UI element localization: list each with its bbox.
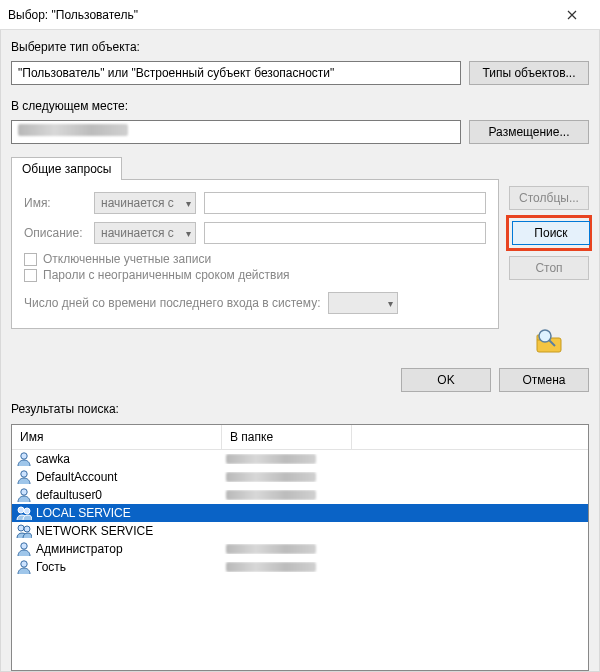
search-folder-icon — [531, 326, 567, 354]
results-label: Результаты поиска: — [11, 402, 589, 416]
result-name: cawka — [36, 452, 70, 466]
result-name: Гость — [36, 560, 66, 574]
result-name-cell: DefaultAccount — [12, 469, 222, 485]
result-name-cell: LOCAL SERVICE — [12, 505, 222, 521]
blurred-text — [226, 490, 316, 500]
days-since-logon-label: Число дней со времени последнего входа в… — [24, 296, 320, 310]
svg-point-11 — [21, 543, 27, 549]
location-label: В следующем месте: — [11, 99, 589, 113]
result-name: NETWORK SERVICE — [36, 524, 153, 538]
object-type-label: Выберите тип объекта: — [11, 40, 589, 54]
result-name-cell: Гость — [12, 559, 222, 575]
result-folder-cell — [222, 562, 352, 572]
users-icon — [16, 523, 32, 539]
object-types-button[interactable]: Типы объектов... — [469, 61, 589, 85]
close-icon — [567, 10, 577, 20]
result-name-cell: NETWORK SERVICE — [12, 523, 222, 539]
user-icon — [16, 559, 32, 575]
user-icon — [16, 469, 32, 485]
result-name-cell: cawka — [12, 451, 222, 467]
window-title: Выбор: "Пользователь" — [8, 8, 552, 22]
close-button[interactable] — [552, 1, 592, 29]
blurred-text — [226, 544, 316, 554]
chevron-down-icon: ▾ — [186, 198, 191, 209]
disabled-accounts-checkbox[interactable] — [24, 253, 37, 266]
result-name-cell: defaultuser0 — [12, 487, 222, 503]
result-row[interactable]: defaultuser0 — [12, 486, 588, 504]
result-folder-cell — [222, 454, 352, 464]
result-name: Администратор — [36, 542, 123, 556]
blurred-text — [226, 454, 316, 464]
result-name: defaultuser0 — [36, 488, 102, 502]
result-row[interactable]: LOCAL SERVICE — [12, 504, 588, 522]
name-input[interactable] — [204, 192, 486, 214]
result-folder-cell — [222, 472, 352, 482]
desc-match-combo[interactable]: начинается с ▾ — [94, 222, 196, 244]
user-icon — [16, 487, 32, 503]
locations-button[interactable]: Размещение... — [469, 120, 589, 144]
user-icon — [16, 541, 32, 557]
results-listview[interactable]: Имя В папке cawkaDefaultAccountdefaultus… — [11, 424, 589, 671]
titlebar: Выбор: "Пользователь" — [0, 0, 600, 30]
tab-body: Имя: начинается с ▾ Описание: начинается… — [11, 179, 499, 329]
blurred-text — [18, 124, 128, 136]
desc-label: Описание: — [24, 226, 86, 240]
svg-point-7 — [18, 507, 24, 513]
result-row[interactable]: cawka — [12, 450, 588, 468]
svg-point-5 — [21, 471, 27, 477]
user-icon — [16, 451, 32, 467]
blurred-text — [226, 472, 316, 482]
ok-button[interactable]: OK — [401, 368, 491, 392]
svg-point-4 — [21, 453, 27, 459]
desc-input[interactable] — [204, 222, 486, 244]
name-match-combo[interactable]: начинается с ▾ — [94, 192, 196, 214]
object-type-field: "Пользователь" или "Встроенный субъект б… — [11, 61, 461, 85]
svg-point-10 — [24, 526, 30, 532]
result-row[interactable]: DefaultAccount — [12, 468, 588, 486]
users-icon — [16, 505, 32, 521]
result-row[interactable]: NETWORK SERVICE — [12, 522, 588, 540]
svg-point-12 — [21, 561, 27, 567]
svg-point-8 — [24, 508, 30, 514]
results-header: Имя В папке — [12, 425, 588, 450]
days-since-logon-combo[interactable]: ▾ — [328, 292, 398, 314]
result-folder-cell — [222, 544, 352, 554]
result-row[interactable]: Гость — [12, 558, 588, 576]
name-label: Имя: — [24, 196, 86, 210]
disabled-accounts-label: Отключенные учетные записи — [43, 252, 211, 266]
column-name[interactable]: Имя — [12, 425, 222, 449]
svg-point-6 — [21, 489, 27, 495]
highlight-annotation: Поиск — [506, 215, 592, 251]
find-now-button[interactable]: Поиск — [512, 221, 590, 245]
svg-point-9 — [18, 525, 24, 531]
result-name: DefaultAccount — [36, 470, 117, 484]
no-expire-checkbox[interactable] — [24, 269, 37, 282]
tab-common-queries[interactable]: Общие запросы — [11, 157, 122, 180]
location-field — [11, 120, 461, 144]
chevron-down-icon: ▾ — [388, 298, 393, 309]
stop-button[interactable]: Стоп — [509, 256, 589, 280]
chevron-down-icon: ▾ — [186, 228, 191, 239]
column-folder[interactable]: В папке — [222, 425, 352, 449]
result-name: LOCAL SERVICE — [36, 506, 131, 520]
result-folder-cell — [222, 490, 352, 500]
result-row[interactable]: Администратор — [12, 540, 588, 558]
no-expire-label: Пароли с неограниченным сроком действия — [43, 268, 290, 282]
blurred-text — [226, 562, 316, 572]
columns-button[interactable]: Столбцы... — [509, 186, 589, 210]
result-name-cell: Администратор — [12, 541, 222, 557]
cancel-button[interactable]: Отмена — [499, 368, 589, 392]
